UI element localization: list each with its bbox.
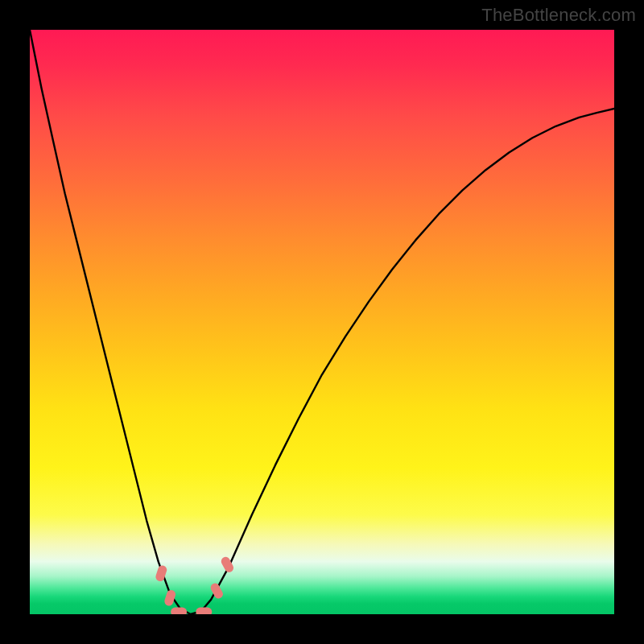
bottleneck-curve (30, 30, 614, 614)
watermark-text: TheBottleneck.com (481, 5, 636, 26)
marker-left-upper (155, 564, 168, 582)
marker-left-lower (163, 588, 177, 606)
plot-area (30, 30, 614, 614)
curve-group (30, 30, 614, 614)
marker-bottom-right (196, 608, 212, 614)
chart-frame: TheBottleneck.com (0, 0, 644, 644)
chart-svg (30, 30, 614, 614)
marker-bottom-left (171, 608, 187, 614)
